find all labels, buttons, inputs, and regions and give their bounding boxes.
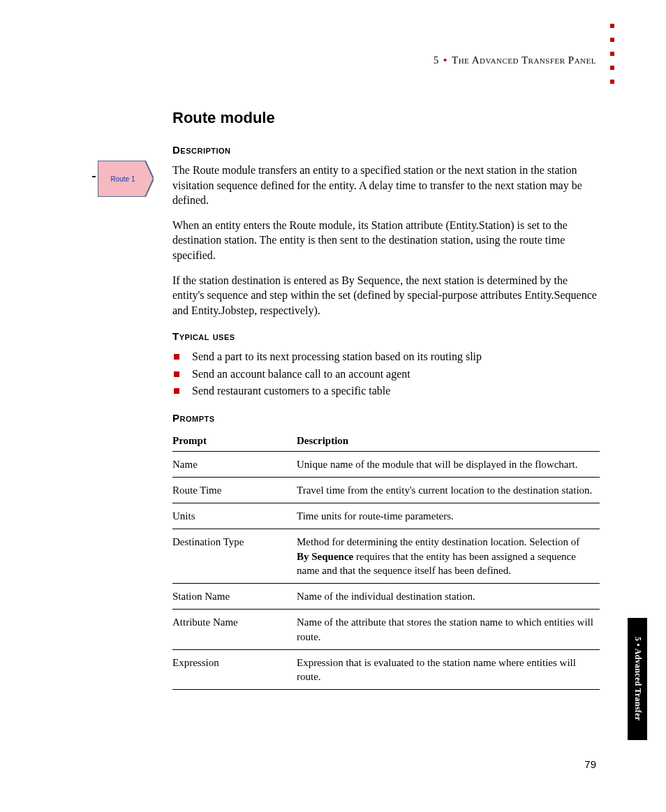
table-row: Expression Expression that is evaluated … xyxy=(172,649,600,690)
desc-cell: Name of the individual destination stati… xyxy=(297,584,600,610)
chapter-number: 5 xyxy=(434,54,439,66)
description-paragraph: The Route module transfers an entity to … xyxy=(172,163,600,208)
decorative-dot-column xyxy=(610,24,614,84)
description-paragraph: If the station destination is entered as… xyxy=(172,273,600,318)
description-paragraph: When an entity enters the Route module, … xyxy=(172,218,600,263)
desc-cell: Travel time from the entity's current lo… xyxy=(297,477,600,503)
prompt-cell: Route Time xyxy=(172,477,297,503)
prompt-cell: Destination Type xyxy=(172,529,297,584)
table-row: Route Time Travel time from the entity's… xyxy=(172,477,600,503)
table-row: Station Name Name of the individual dest… xyxy=(172,584,600,610)
prompts-heading: Prompts xyxy=(172,412,600,424)
desc-text-pre: Method for determining the entity destin… xyxy=(297,536,579,547)
desc-cell: Name of the attribute that stores the st… xyxy=(297,610,600,650)
header-separator: • xyxy=(442,54,449,66)
typical-uses-heading: Typical uses xyxy=(172,330,600,342)
dot-icon xyxy=(610,66,614,70)
table-row: Units Time units for route-time paramete… xyxy=(172,503,600,529)
desc-cell: Expression that is evaluated to the stat… xyxy=(297,649,600,690)
prompt-cell: Station Name xyxy=(172,584,297,610)
module-icon: Route 1 xyxy=(98,161,154,197)
list-item: Send an account balance call to an accou… xyxy=(172,367,600,382)
list-item: Send a part to its next processing stati… xyxy=(172,349,600,364)
dot-icon xyxy=(610,52,614,56)
description-heading: Description xyxy=(172,144,600,156)
list-item: Send restaurant customers to a specific … xyxy=(172,383,600,399)
dot-icon xyxy=(610,24,614,28)
prompt-cell: Attribute Name xyxy=(172,610,297,650)
chapter-side-tab: 5 • Advanced Transfer xyxy=(628,618,647,740)
desc-cell: Unique name of the module that will be d… xyxy=(297,451,600,477)
table-row: Attribute Name Name of the attribute tha… xyxy=(172,610,600,650)
chapter-title: The Advanced Transfer Panel xyxy=(452,54,596,66)
module-icon-label: Route 1 xyxy=(98,161,148,197)
table-header-prompt: Prompt xyxy=(172,431,297,452)
prompt-cell: Name xyxy=(172,451,297,477)
dot-icon xyxy=(610,38,614,42)
prompt-cell: Expression xyxy=(172,649,297,690)
connector-tick-icon xyxy=(92,176,96,177)
page-header: 5 • The Advanced Transfer Panel xyxy=(434,54,596,66)
content-area: Route module Description The Route modul… xyxy=(172,109,600,690)
desc-text-bold: By Sequence xyxy=(297,551,353,562)
typical-uses-list: Send a part to its next processing stati… xyxy=(172,349,600,399)
prompts-table: Prompt Description Name Unique name of t… xyxy=(172,431,600,691)
prompt-cell: Units xyxy=(172,503,297,529)
page: 5 • The Advanced Transfer Panel Route 1 … xyxy=(0,0,666,812)
table-row: Destination Type Method for determining … xyxy=(172,529,600,584)
dot-icon xyxy=(610,80,614,84)
table-header-description: Description xyxy=(297,431,600,452)
page-title: Route module xyxy=(172,109,600,127)
page-number: 79 xyxy=(584,758,596,770)
table-row: Name Unique name of the module that will… xyxy=(172,451,600,477)
desc-cell: Time units for route-time parameters. xyxy=(297,503,600,529)
desc-cell: Method for determining the entity destin… xyxy=(297,529,600,584)
